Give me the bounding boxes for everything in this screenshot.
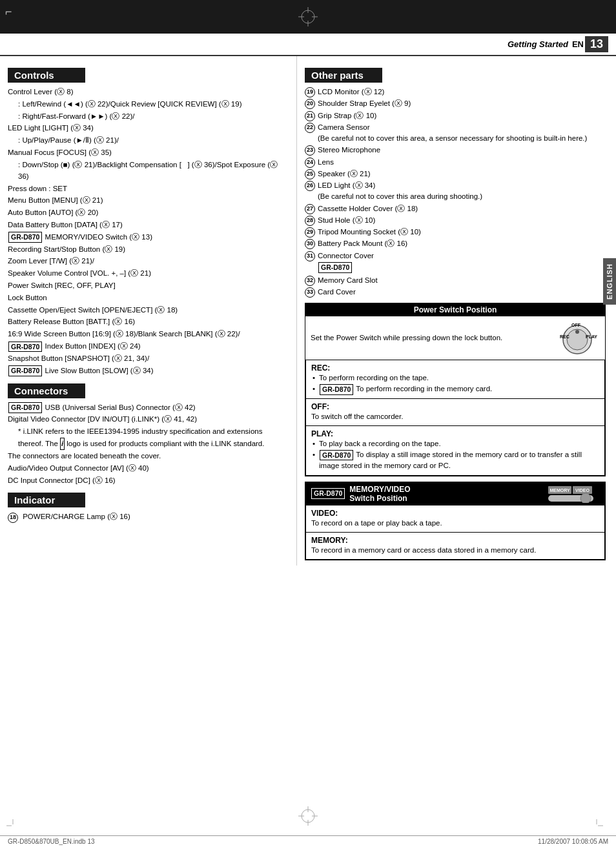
power-switch-description: Set the Power Switch while pressing down… (311, 332, 548, 343)
other-parts-item-29: 29 Tripod Mounting Socket (ⓧ 10) (305, 227, 606, 238)
num-32: 32 (305, 276, 315, 286)
gr-d870-badge-1: GR-D870 (8, 232, 42, 243)
memory-video-switch-header: GR-D870 MEMORY/VIDEOSwitch Position MEMO… (305, 482, 605, 505)
controls-item-3: : Right/Fast-Forward (►►) (ⓧ 22)/ (8, 111, 289, 123)
play-bullet-1: To play back a recording on the tape. (311, 438, 599, 449)
num-31: 31 (305, 251, 315, 261)
connectors-item-1: GR-D870 USB (Universal Serial Bus) Conne… (8, 402, 289, 414)
memory-section: MEMORY: To record in a memory card or ac… (305, 533, 605, 560)
other-parts-item-22: 22 Camera Sensor(Be careful not to cover… (305, 122, 606, 145)
other-parts-section: Other parts 19 LCD Monitor (ⓧ 12) 20 Sho… (305, 68, 606, 298)
num-24: 24 (305, 158, 315, 168)
gr-d870-badge-2: GR-D870 (8, 342, 42, 352)
svg-text:OFF: OFF (571, 323, 581, 327)
footer-left: GR-D850&870UB_EN.indb 13 (8, 838, 95, 845)
controls-item-13: Recording Start/Stop Button (ⓧ 19) (8, 244, 289, 256)
controls-item-7: : Down/Stop (■) (ⓧ 21)/Backlight Compens… (8, 159, 289, 183)
play-label: PLAY: (311, 429, 599, 438)
controls-item-18: Cassette Open/Eject Switch [OPEN/EJECT] … (8, 305, 289, 316)
num-25: 25 (305, 169, 315, 179)
footer-bar: GR-D850&870UB_EN.indb 13 11/28/2007 10:0… (0, 835, 616, 847)
other-parts-item-32: 32 Memory Card Slot (305, 275, 606, 286)
num-29: 29 (305, 227, 315, 238)
footer-right: 11/28/2007 10:08:05 AM (538, 838, 608, 845)
other-parts-header: Other parts (305, 68, 382, 83)
num-20: 20 (305, 99, 315, 109)
corner-mark-br (590, 819, 603, 834)
memory-video-switch-diagram: MEMORY VIDEO (548, 485, 600, 503)
rec-bullet-1: To perform recording on the tape. (311, 372, 599, 383)
memory-text: To record in a memory card or access dat… (311, 545, 599, 556)
side-tab-english: ENGLISH (603, 258, 616, 305)
controls-item-22: Snapshot Button [SNAPSHOT] (ⓧ 21, 34)/ (8, 353, 289, 365)
connectors-item-6: DC Input Connector [DC] (ⓧ 16) (8, 475, 289, 487)
off-text: To switch off the camcorder. (311, 411, 599, 422)
top-bar (0, 0, 616, 34)
main-content: Controls Control Lever (ⓧ 8) : Left/Rewi… (0, 56, 616, 566)
connectors-header: Connectors (8, 383, 85, 398)
corner-mark-tl: ⌐ (5, 5, 12, 19)
off-section: OFF: To switch off the camcorder. (305, 399, 605, 426)
svg-text:REC: REC (560, 334, 570, 339)
gr-d870-badge-5: GR-D870 (318, 262, 352, 273)
other-parts-item-28: 28 Stud Hole (ⓧ 10) (305, 215, 606, 226)
off-label: OFF: (311, 402, 599, 411)
memory-label: MEMORY: (311, 536, 599, 545)
controls-item-2: : Left/Rewind (◄◄) (ⓧ 22)/Quick Review [… (8, 99, 289, 110)
svg-text:MEMORY: MEMORY (549, 488, 570, 493)
video-label: VIDEO: (311, 509, 599, 518)
connectors-item-3: * i.LINK refers to the IEEE1394-1995 ind… (8, 426, 289, 450)
page-header-en: EN (572, 39, 584, 49)
controls-item-21: GR-D870 Index Button [INDEX] (ⓧ 24) (8, 341, 289, 352)
controls-item-23: GR-D870 Live Slow Button [SLOW] (ⓧ 34) (8, 365, 289, 377)
num-22: 22 (305, 123, 315, 133)
controls-item-16: Power Switch [REC, OFF, PLAY] (8, 280, 289, 292)
svg-text:VIDEO: VIDEO (575, 488, 590, 493)
controls-item-11: Data Battery Button [DATA] (ⓧ 17) (8, 219, 289, 231)
page-header-title: Getting Started (508, 39, 568, 49)
svg-point-16 (580, 493, 591, 503)
other-parts-item-23: 23 Stereo Microphone (305, 145, 606, 156)
power-switch-diagram: REC OFF PLAY (555, 320, 600, 356)
power-switch-box-title: Power Switch Position (305, 303, 605, 316)
controls-section: Controls Control Lever (ⓧ 8) : Left/Rewi… (8, 68, 289, 377)
other-parts-item-26: 26 LED Light (ⓧ 34)(Be careful not to co… (305, 180, 606, 203)
controls-item-4: LED Light [LIGHT] (ⓧ 34) (8, 123, 289, 134)
video-section: VIDEO: To record on a tape or play back … (305, 505, 605, 533)
video-text: To record on a tape or play back a tape. (311, 518, 599, 529)
other-parts-item-25: 25 Speaker (ⓧ 21) (305, 168, 606, 179)
play-bullet-2: GR-D870 To display a still image stored … (311, 449, 599, 472)
connectors-item-5: Audio/Video Output Connector [AV] (ⓧ 40) (8, 463, 289, 475)
controls-item-20: 16:9 Wide Screen Button [16:9] (ⓧ 18)/Bl… (8, 329, 289, 340)
other-parts-item-27: 27 Cassette Holder Cover (ⓧ 18) (305, 203, 606, 214)
indicator-num-18: 18 (8, 513, 18, 523)
controls-item-9: Menu Button [MENU] (ⓧ 21) (8, 195, 289, 207)
indicator-item-1: 18 POWER/CHARGE Lamp (ⓧ 16) (8, 511, 289, 523)
indicator-header: Indicator (8, 493, 85, 507)
crosshair-icon (298, 7, 318, 26)
page-header: Getting Started EN 13 (0, 34, 616, 56)
num-19: 19 (305, 87, 315, 97)
indicator-content: 18 POWER/CHARGE Lamp (ⓧ 16) (8, 511, 289, 523)
left-column: Controls Control Lever (ⓧ 8) : Left/Rewi… (0, 56, 297, 566)
other-parts-content: 19 LCD Monitor (ⓧ 12) 20 Shoulder Strap … (305, 87, 606, 298)
connectors-item-4: The connectors are located beneath the c… (8, 451, 289, 462)
svg-point-7 (575, 330, 579, 334)
controls-item-5: : Up/Play/Pause (►/Ⅱ) (ⓧ 21)/ (8, 135, 289, 147)
right-column: Other parts 19 LCD Monitor (ⓧ 12) 20 Sho… (297, 56, 613, 566)
num-23: 23 (305, 145, 315, 156)
ilink-icon: i (60, 438, 65, 450)
other-parts-item-31: 31 Connector Cover (305, 250, 606, 261)
rec-section: REC: To perform recording on the tape. G… (305, 360, 605, 399)
connectors-content: GR-D870 USB (Universal Serial Bus) Conne… (8, 402, 289, 487)
num-33: 33 (305, 287, 315, 298)
controls-item-19: Battery Release Button [BATT.] (ⓧ 16) (8, 316, 289, 328)
controls-item-8: Press down : SET (8, 183, 289, 195)
rec-bullet-2: GR-D870 To perform recording in the memo… (311, 383, 599, 394)
num-30: 30 (305, 239, 315, 249)
controls-item-17: Lock Button (8, 292, 289, 304)
gr-d870-badge-3: GR-D870 (8, 365, 42, 376)
controls-item-6: Manual Focus [FOCUS] (ⓧ 35) (8, 147, 289, 159)
other-parts-item-30: 30 Battery Pack Mount (ⓧ 16) (305, 238, 606, 249)
power-switch-body: Set the Power Switch while pressing down… (305, 316, 605, 360)
